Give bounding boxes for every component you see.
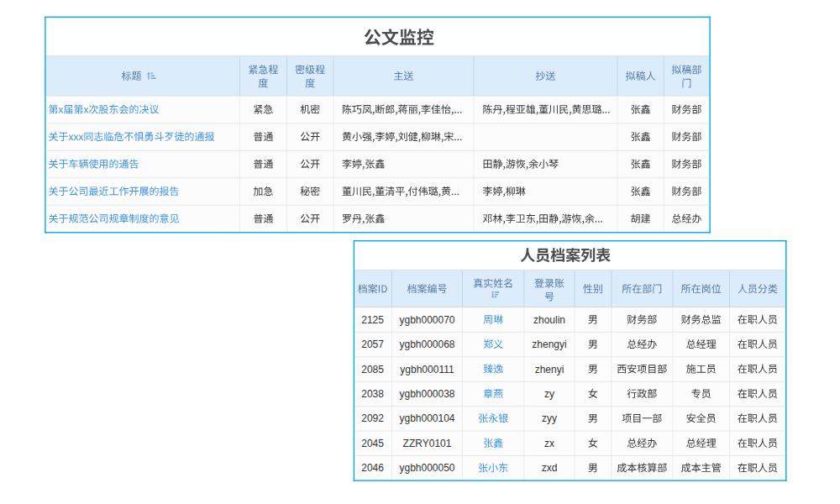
svg-text:ygbh000111: ygbh000111 <box>400 364 454 375</box>
svg-text:2125: 2125 <box>361 314 384 326</box>
svg-text:2057: 2057 <box>361 339 384 350</box>
svg-text:ygbh000038: ygbh000038 <box>399 388 454 400</box>
svg-text:ygbh000070: ygbh000070 <box>399 314 454 326</box>
svg-text:zx: zx <box>544 438 554 449</box>
svg-text:zhenyi: zhenyi <box>535 364 564 375</box>
svg-text:2038: 2038 <box>361 388 384 400</box>
svg-text:2092: 2092 <box>361 412 384 424</box>
svg-text:ygbh000050: ygbh000050 <box>399 462 454 474</box>
svg-text:zhoulin: zhoulin <box>533 314 565 326</box>
svg-text:zy: zy <box>544 388 554 400</box>
svg-text:2046: 2046 <box>361 462 384 474</box>
svg-text:ZZRY0101: ZZRY0101 <box>403 438 452 449</box>
svg-text:zhengyi: zhengyi <box>532 339 566 350</box>
svg-text:2085: 2085 <box>361 364 384 375</box>
svg-text:zxd: zxd <box>542 462 558 474</box>
svg-text:ygbh000104: ygbh000104 <box>399 412 454 424</box>
svg-text:zyy: zyy <box>542 412 557 424</box>
svg-text:2045: 2045 <box>361 438 384 449</box>
svg-text:ygbh000068: ygbh000068 <box>399 339 454 350</box>
